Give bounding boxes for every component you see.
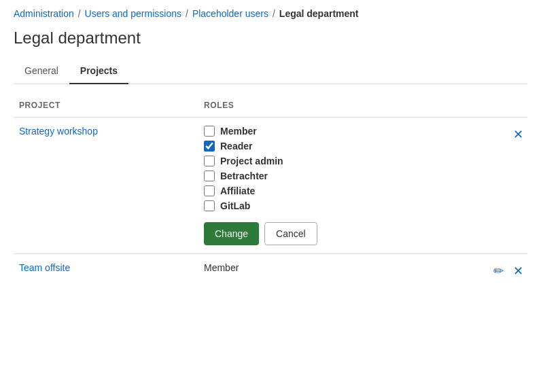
role-label-betrachter: Betrachter — [220, 171, 268, 181]
action-icons-strategy: ✕ — [487, 126, 527, 143]
role-checkbox-affiliate[interactable] — [204, 185, 215, 196]
role-checkbox-member[interactable] — [204, 126, 215, 137]
tab-projects[interactable]: Projects — [69, 58, 128, 84]
role-label-affiliate: Affiliate — [220, 185, 255, 196]
role-checkbox-gitlab[interactable] — [204, 200, 215, 211]
change-button[interactable]: Change — [204, 222, 259, 245]
role-text-team-offsite: Member — [204, 261, 239, 273]
role-item-betrachter[interactable]: Betrachter — [204, 171, 487, 181]
role-checkbox-project-admin[interactable] — [204, 156, 215, 166]
tab-general[interactable]: General — [14, 58, 69, 84]
breadcrumb-current: Legal department — [279, 8, 359, 19]
roles-cell-strategy: Member Reader Project admin Betrachter — [204, 118, 487, 254]
role-label-member: Member — [220, 126, 257, 137]
table-row: Strategy workshop Member Reader Project … — [14, 118, 527, 254]
col-header-roles: ROLES — [204, 101, 487, 118]
role-label-gitlab: GitLab — [220, 200, 250, 211]
actions-cell-team-offsite: ✏ ✕ — [487, 254, 527, 289]
role-checkbox-reader[interactable] — [204, 141, 215, 152]
project-link-team-offsite[interactable]: Team offsite — [19, 262, 70, 273]
breadcrumb: Administration / Users and permissions /… — [14, 8, 527, 19]
role-label-reader: Reader — [220, 141, 252, 152]
page-title: Legal department — [14, 29, 527, 48]
roles-list: Member Reader Project admin Betrachter — [204, 126, 487, 245]
col-header-project: PROJECT — [14, 101, 204, 118]
project-cell-team-offsite: Team offsite — [14, 254, 204, 289]
cancel-button[interactable]: Cancel — [264, 222, 317, 245]
breadcrumb-administration[interactable]: Administration — [14, 8, 74, 19]
role-label-project-admin: Project admin — [220, 156, 283, 166]
breadcrumb-placeholder-users[interactable]: Placeholder users — [192, 8, 268, 19]
role-item-project-admin[interactable]: Project admin — [204, 156, 487, 166]
delete-icon: ✕ — [513, 264, 523, 279]
buttons-row: Change Cancel — [204, 222, 487, 245]
tab-bar: General Projects — [14, 58, 527, 84]
delete-team-offsite-button[interactable]: ✕ — [512, 262, 525, 280]
role-item-reader[interactable]: Reader — [204, 141, 487, 152]
table-row: Team offsite Member ✏ ✕ — [14, 254, 527, 289]
breadcrumb-sep-3: / — [273, 8, 275, 19]
project-link-strategy[interactable]: Strategy workshop — [19, 126, 98, 137]
actions-cell-strategy: ✕ — [487, 118, 527, 254]
breadcrumb-sep-2: / — [186, 8, 188, 19]
role-item-gitlab[interactable]: GitLab — [204, 200, 487, 211]
breadcrumb-users-permissions[interactable]: Users and permissions — [85, 8, 181, 19]
projects-table: PROJECT ROLES Strategy workshop Member R… — [14, 101, 527, 288]
role-item-affiliate[interactable]: Affiliate — [204, 185, 487, 196]
roles-cell-team-offsite: Member — [204, 254, 487, 289]
project-cell-strategy: Strategy workshop — [14, 118, 204, 254]
col-header-actions — [487, 101, 527, 118]
role-item-member[interactable]: Member — [204, 126, 487, 137]
delete-strategy-button[interactable]: ✕ — [512, 126, 525, 143]
role-checkbox-betrachter[interactable] — [204, 171, 215, 181]
edit-icon: ✏ — [493, 264, 504, 279]
breadcrumb-sep-1: / — [78, 8, 81, 19]
delete-icon: ✕ — [513, 127, 523, 142]
edit-team-offsite-button[interactable]: ✏ — [492, 262, 505, 280]
action-icons-team-offsite: ✏ ✕ — [487, 262, 527, 280]
